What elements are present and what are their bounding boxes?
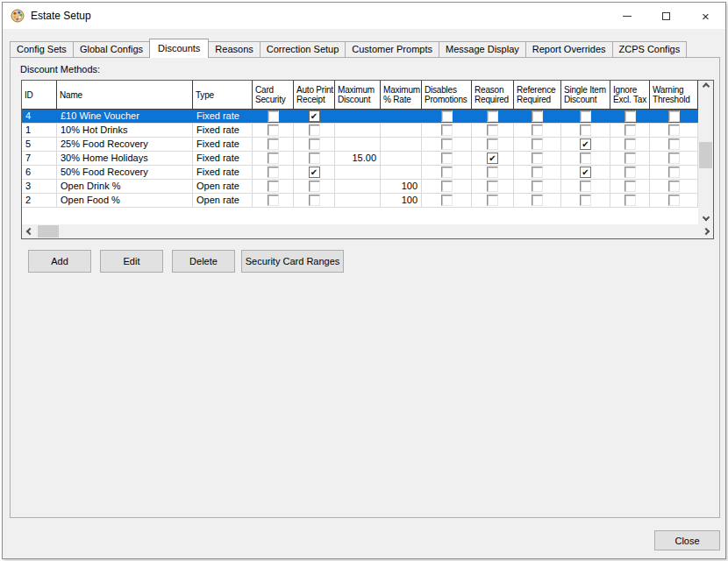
tab-zcps-configs[interactable]: ZCPS Configs xyxy=(612,41,688,57)
table-row-30-home-holidays[interactable]: 730% Home HolidaysFixed rate15.00✔ xyxy=(22,152,698,166)
cell-id[interactable]: 4 xyxy=(22,110,57,123)
checkbox-single_item_discount[interactable] xyxy=(580,181,591,192)
checkbox-auto_print_receipt[interactable] xyxy=(309,138,320,150)
checkbox-disables_promotions[interactable] xyxy=(441,110,453,122)
cell-auto_print_receipt[interactable] xyxy=(294,180,335,193)
checkbox-reference_required[interactable] xyxy=(532,138,543,150)
checkbox-reference_required[interactable] xyxy=(532,195,543,206)
checkbox-reason_required[interactable] xyxy=(487,110,498,122)
cell-reference_required[interactable] xyxy=(514,110,561,123)
checkbox-auto_print_receipt[interactable] xyxy=(309,181,320,192)
cell-maximum_pct_rate[interactable] xyxy=(381,110,422,123)
cell-maximum_discount[interactable] xyxy=(335,180,381,193)
cell-ignore_excl_tax[interactable] xyxy=(610,138,650,151)
checkbox-card_security[interactable] xyxy=(268,124,279,136)
cell-auto_print_receipt[interactable] xyxy=(294,194,335,207)
cell-card_security[interactable] xyxy=(253,180,294,193)
cell-disables_promotions[interactable] xyxy=(422,152,472,165)
checkbox-single_item_discount[interactable] xyxy=(580,153,591,164)
tab-config-sets[interactable]: Config Sets xyxy=(10,41,74,57)
cell-type[interactable]: Fixed rate xyxy=(193,138,253,151)
checkbox-auto_print_receipt[interactable] xyxy=(309,153,320,164)
cell-maximum_discount[interactable] xyxy=(335,166,381,179)
cell-reason_required[interactable] xyxy=(472,180,514,193)
cell-ignore_excl_tax[interactable] xyxy=(610,194,650,207)
checkbox-ignore_excl_tax[interactable] xyxy=(625,167,636,178)
checkbox-disables_promotions[interactable] xyxy=(441,195,453,206)
maximize-button[interactable] xyxy=(646,3,686,29)
cell-disables_promotions[interactable] xyxy=(422,138,472,151)
cell-maximum_pct_rate[interactable]: 100 xyxy=(381,180,422,193)
column-header-id[interactable]: ID xyxy=(22,81,57,109)
cell-card_security[interactable] xyxy=(253,124,294,137)
cell-warning_threshold[interactable] xyxy=(650,152,698,165)
cell-reason_required[interactable] xyxy=(472,166,514,179)
cell-single_item_discount[interactable]: ✔ xyxy=(561,138,610,151)
cell-type[interactable]: Fixed rate xyxy=(193,152,253,165)
column-header-single_item_discount[interactable]: Single Item Discount xyxy=(561,81,610,109)
checkbox-reference_required[interactable] xyxy=(532,153,543,164)
cell-auto_print_receipt[interactable] xyxy=(294,152,335,165)
cell-maximum_discount[interactable]: 15.00 xyxy=(335,152,381,165)
column-header-maximum_pct_rate[interactable]: Maximum % Rate xyxy=(381,81,422,109)
cell-reason_required[interactable] xyxy=(472,138,514,151)
grid-hscrollbar[interactable] xyxy=(22,224,713,238)
column-header-disables_promotions[interactable]: Disables Promotions xyxy=(422,81,472,109)
cell-ignore_excl_tax[interactable] xyxy=(610,110,650,123)
checkbox-disables_promotions[interactable] xyxy=(441,138,453,150)
checkbox-ignore_excl_tax[interactable] xyxy=(625,153,636,164)
cell-ignore_excl_tax[interactable] xyxy=(610,166,650,179)
checkbox-disables_promotions[interactable] xyxy=(441,153,453,164)
cell-card_security[interactable] xyxy=(253,152,294,165)
cell-maximum_pct_rate[interactable] xyxy=(381,152,422,165)
cell-single_item_discount[interactable] xyxy=(561,194,610,207)
cell-ignore_excl_tax[interactable] xyxy=(610,152,650,165)
checkbox-auto_print_receipt[interactable]: ✔ xyxy=(309,167,320,178)
cell-id[interactable]: 7 xyxy=(22,152,57,165)
checkbox-disables_promotions[interactable] xyxy=(441,167,453,178)
checkbox-auto_print_receipt[interactable]: ✔ xyxy=(309,110,320,122)
checkbox-single_item_discount[interactable] xyxy=(580,110,591,122)
hscroll-thumb[interactable] xyxy=(38,225,59,238)
tab-message-display[interactable]: Message Display xyxy=(439,41,526,57)
checkbox-card_security[interactable] xyxy=(268,195,279,206)
scroll-left-button[interactable] xyxy=(22,224,37,238)
checkbox-ignore_excl_tax[interactable] xyxy=(625,138,636,150)
cell-maximum_pct_rate[interactable]: 100 xyxy=(381,194,422,207)
cell-type[interactable]: Fixed rate xyxy=(193,124,253,137)
checkbox-warning_threshold[interactable] xyxy=(668,195,680,206)
cell-maximum_discount[interactable] xyxy=(335,138,381,151)
cell-maximum_discount[interactable] xyxy=(335,124,381,137)
checkbox-single_item_discount[interactable]: ✔ xyxy=(580,167,591,178)
tab-report-overrides[interactable]: Report Overrides xyxy=(525,41,613,57)
window-close-button[interactable]: × xyxy=(686,3,725,29)
cell-maximum_pct_rate[interactable] xyxy=(381,124,422,137)
cell-reference_required[interactable] xyxy=(514,194,561,207)
checkbox-warning_threshold[interactable] xyxy=(668,167,680,178)
tab-reasons[interactable]: Reasons xyxy=(208,41,260,57)
cell-id[interactable]: 2 xyxy=(22,194,57,207)
checkbox-warning_threshold[interactable] xyxy=(668,124,680,136)
checkbox-warning_threshold[interactable] xyxy=(668,138,680,150)
cell-disables_promotions[interactable] xyxy=(422,110,472,123)
cell-reason_required[interactable] xyxy=(472,110,514,123)
cell-maximum_pct_rate[interactable] xyxy=(381,138,422,151)
edit-button[interactable]: Edit xyxy=(100,250,163,273)
scroll-down-button[interactable] xyxy=(698,210,713,224)
cell-id[interactable]: 3 xyxy=(22,180,57,193)
table-row-10-wine-voucher[interactable]: 4£10 Wine VoucherFixed rate✔ xyxy=(22,110,698,124)
cell-id[interactable]: 6 xyxy=(22,166,57,179)
delete-button[interactable]: Delete xyxy=(172,250,235,273)
cell-reference_required[interactable] xyxy=(514,166,561,179)
checkbox-warning_threshold[interactable] xyxy=(668,153,680,164)
cell-name[interactable]: 10% Hot Drinks xyxy=(57,124,193,137)
checkbox-ignore_excl_tax[interactable] xyxy=(625,195,636,206)
cell-single_item_discount[interactable]: ✔ xyxy=(561,166,610,179)
cell-id[interactable]: 1 xyxy=(22,124,57,137)
cell-maximum_pct_rate[interactable] xyxy=(381,166,422,179)
checkbox-single_item_discount[interactable]: ✔ xyxy=(580,138,591,150)
cell-auto_print_receipt[interactable] xyxy=(294,124,335,137)
cell-reason_required[interactable] xyxy=(472,194,514,207)
column-header-card_security[interactable]: Card Security xyxy=(253,81,294,109)
checkbox-disables_promotions[interactable] xyxy=(441,124,453,136)
